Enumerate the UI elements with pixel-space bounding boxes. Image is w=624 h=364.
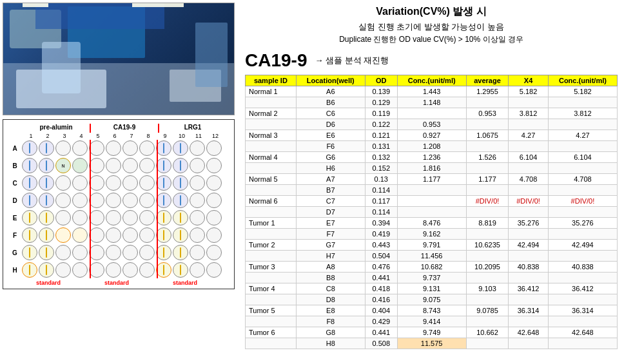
table-cell: 0.114 bbox=[365, 185, 397, 196]
table-cell: 36.412 bbox=[509, 283, 549, 294]
table-cell: 9.162 bbox=[397, 229, 466, 240]
table-cell: 0.953 bbox=[466, 108, 509, 119]
duplicate-note: Duplicate 진행한 OD value CV(%) > 10% 이상일 경… bbox=[245, 34, 618, 45]
table-cell: 40.838 bbox=[509, 262, 549, 273]
table-cell bbox=[246, 294, 297, 305]
table-cell: B6 bbox=[296, 97, 365, 108]
table-cell bbox=[246, 273, 297, 283]
table-cell bbox=[509, 273, 549, 283]
table-cell: 0.404 bbox=[365, 305, 397, 316]
table-cell: 1.177 bbox=[466, 174, 509, 185]
analysis-arrow: → 샘플 분석 재진행 bbox=[315, 55, 389, 66]
table-cell bbox=[246, 229, 297, 240]
table-cell: E6 bbox=[296, 130, 365, 141]
table-cell: H7 bbox=[296, 251, 365, 262]
table-row: H80.50811.575 bbox=[246, 338, 618, 349]
plate-row-B: B N bbox=[8, 157, 229, 174]
table-row: Tumor 5E80.4048.7439.078536.31436.314 bbox=[246, 305, 618, 316]
table-cell bbox=[466, 119, 509, 130]
table-row: H70.50411.456 bbox=[246, 251, 618, 262]
standard-label-1: standard bbox=[15, 280, 82, 286]
table-cell: #DIV/0! bbox=[466, 196, 509, 207]
table-cell: 1.526 bbox=[466, 152, 509, 163]
table-cell bbox=[548, 316, 617, 327]
table-cell: 0.927 bbox=[397, 130, 466, 141]
table-cell bbox=[509, 185, 549, 196]
table-cell: 0.114 bbox=[365, 207, 397, 218]
table-cell: 1.236 bbox=[397, 152, 466, 163]
table-cell bbox=[548, 229, 617, 240]
table-cell: 42.494 bbox=[548, 240, 617, 251]
table-cell bbox=[246, 185, 297, 196]
table-cell: 0.429 bbox=[365, 316, 397, 327]
analysis-label: CA19-9 bbox=[245, 50, 307, 71]
table-cell bbox=[397, 196, 466, 207]
header-od: OD bbox=[365, 75, 397, 86]
analysis-section: CA19-9 → 샘플 분석 재진행 bbox=[245, 50, 618, 71]
table-cell bbox=[246, 97, 297, 108]
section-label-prealumin: pre-alumin bbox=[23, 124, 90, 133]
table-row: Normal 5A70.131.1771.1774.7084.708 bbox=[246, 174, 618, 185]
table-cell bbox=[509, 294, 549, 305]
table-cell: G8 bbox=[296, 327, 365, 338]
table-cell: 9.737 bbox=[397, 273, 466, 283]
table-cell: 1.177 bbox=[397, 174, 466, 185]
table-cell bbox=[509, 163, 549, 174]
table-cell: 8.819 bbox=[466, 218, 509, 229]
table-cell: Normal 6 bbox=[246, 196, 297, 207]
table-cell bbox=[548, 273, 617, 283]
table-row: Tumor 4C80.4189.1319.10336.41236.412 bbox=[246, 283, 618, 294]
table-cell: 0.953 bbox=[397, 119, 466, 130]
table-cell: 9.075 bbox=[397, 294, 466, 305]
table-cell: 0.131 bbox=[365, 141, 397, 152]
table-cell: #DIV/0! bbox=[509, 196, 549, 207]
plate-row-G: G bbox=[8, 244, 229, 261]
table-cell: E7 bbox=[296, 218, 365, 229]
table-header-row: sample ID Location(well) OD Conc.(unit/m… bbox=[246, 75, 618, 86]
table-cell: 1.816 bbox=[397, 163, 466, 174]
table-cell: 11.456 bbox=[397, 251, 466, 262]
table-cell: B8 bbox=[296, 273, 365, 283]
table-cell: 35.276 bbox=[548, 218, 617, 229]
standard-label-2: standard bbox=[83, 280, 150, 286]
table-row: D70.114 bbox=[246, 207, 618, 218]
table-cell: 10.682 bbox=[397, 262, 466, 273]
table-row: F70.4199.162 bbox=[246, 229, 618, 240]
table-cell bbox=[509, 316, 549, 327]
plate-row-H: H bbox=[8, 262, 229, 278]
table-cell bbox=[246, 316, 297, 327]
table-cell: Normal 3 bbox=[246, 130, 297, 141]
table-cell bbox=[466, 185, 509, 196]
table-cell bbox=[548, 97, 617, 108]
table-cell: C6 bbox=[296, 108, 365, 119]
table-row: Tumor 2G70.4439.79110.623542.49442.494 bbox=[246, 240, 618, 251]
right-panel: Variation(CV%) 발생 시 실험 진행 초기에 발생할 가능성이 높… bbox=[239, 0, 624, 364]
table-cell: 0.132 bbox=[365, 152, 397, 163]
table-cell bbox=[509, 141, 549, 152]
table-cell: Tumor 3 bbox=[246, 262, 297, 273]
table-cell: 0.418 bbox=[365, 283, 397, 294]
table-cell: 0.443 bbox=[365, 240, 397, 251]
table-cell: G7 bbox=[296, 240, 365, 251]
table-cell bbox=[246, 338, 297, 349]
table-cell: 1.0675 bbox=[466, 130, 509, 141]
table-cell: Tumor 5 bbox=[246, 305, 297, 316]
table-cell: 9.131 bbox=[397, 283, 466, 294]
table-cell: 0.122 bbox=[365, 119, 397, 130]
table-row: D80.4169.075 bbox=[246, 294, 618, 305]
table-cell: 36.412 bbox=[548, 283, 617, 294]
table-cell bbox=[509, 338, 549, 349]
table-cell: H6 bbox=[296, 163, 365, 174]
table-cell: 0.394 bbox=[365, 218, 397, 229]
table-cell: 1.2955 bbox=[466, 86, 509, 97]
table-row: Normal 4G60.1321.2361.5266.1046.104 bbox=[246, 152, 618, 163]
plate-diagram: pre-alumin CA19-9 LRG1 1 2 3 4 5 6 7 8 9… bbox=[3, 119, 235, 289]
page-title: Variation(CV%) 발생 시 bbox=[245, 5, 618, 19]
table-cell bbox=[246, 141, 297, 152]
table-cell: 9.103 bbox=[466, 283, 509, 294]
table-cell bbox=[466, 229, 509, 240]
table-cell: 3.812 bbox=[548, 108, 617, 119]
table-cell: 10.6235 bbox=[466, 240, 509, 251]
table-row: Tumor 3A80.47610.68210.209540.83840.838 bbox=[246, 262, 618, 273]
table-cell: 9.0785 bbox=[466, 305, 509, 316]
